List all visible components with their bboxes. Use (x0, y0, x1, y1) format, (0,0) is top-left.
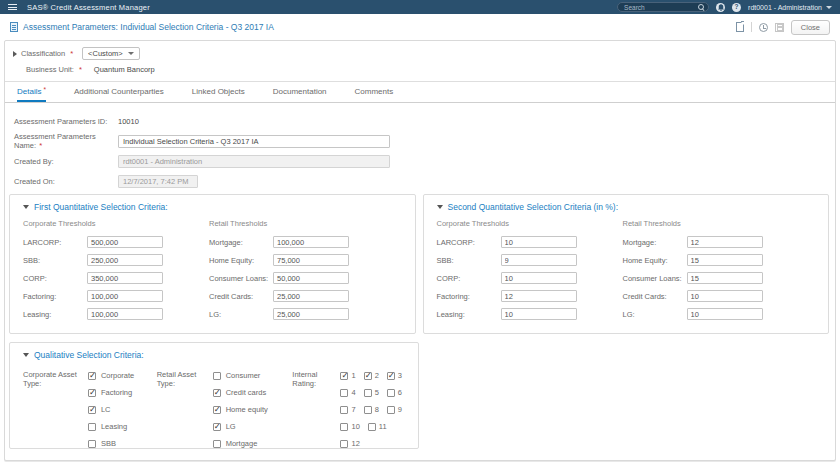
checkbox-consumer[interactable] (213, 372, 221, 380)
threshold-row-home-equity: Home Equity: (209, 251, 395, 269)
sbb-input[interactable] (87, 254, 163, 266)
checkbox-corporate[interactable] (88, 372, 96, 380)
checkbox-mortgage[interactable] (213, 440, 221, 448)
threshold-row-mortgage: Mortgage: (623, 233, 809, 251)
classification-value: <Custom> (88, 49, 123, 58)
menu-icon[interactable] (8, 2, 18, 12)
tab-bar: Details*Additional CounterpartiesLinked … (5, 82, 835, 103)
threshold-row-home-equity: Home Equity: (623, 251, 809, 269)
checkbox-12[interactable] (340, 440, 348, 448)
rating-number: 5 (375, 388, 379, 397)
rating-row: 123 (340, 367, 410, 384)
checkbox-lg[interactable] (213, 423, 221, 431)
threshold-row-leasing: Leasing: (437, 305, 623, 323)
option-sbb: SBB (88, 435, 157, 452)
tab-comments[interactable]: Comments (355, 82, 394, 102)
user-menu[interactable]: rdt0001 - Administration (748, 4, 832, 11)
threshold-row-larcorp: LARCORP: (23, 233, 209, 251)
corporate-asset-type-label: Corporate Asset Type: (23, 367, 88, 452)
corp-input[interactable] (87, 272, 163, 284)
checkbox-label: LC (101, 405, 111, 414)
threshold-label: LG: (623, 310, 687, 319)
checkbox-8[interactable] (364, 406, 372, 414)
tab-details[interactable]: Details* (17, 82, 46, 102)
mortgage-input[interactable] (273, 236, 349, 248)
classification-section: Classification * <Custom> Business Unit:… (5, 41, 835, 82)
checkbox-4[interactable] (340, 389, 348, 397)
checkbox-factoring[interactable] (88, 389, 96, 397)
lg-input[interactable] (687, 308, 763, 320)
collapse-icon[interactable] (437, 205, 443, 209)
checkbox-1[interactable] (340, 372, 348, 380)
credit-cards-input[interactable] (687, 290, 763, 302)
checkbox-sbb[interactable] (88, 440, 96, 448)
rating-number: 7 (351, 405, 355, 414)
mortgage-input[interactable] (687, 236, 763, 248)
checkbox-6[interactable] (387, 389, 395, 397)
checkbox-5[interactable] (364, 389, 372, 397)
threshold-label: LARCORP: (23, 238, 87, 247)
credit-cards-input[interactable] (273, 290, 349, 302)
tab-additional-counterparties[interactable]: Additional Counterparties (74, 82, 164, 102)
threshold-row-consumer-loans: Consumer Loans: (209, 269, 395, 287)
checkbox-11[interactable] (368, 423, 376, 431)
column-header: Retail Thresholds (623, 219, 809, 233)
created-on-input (118, 175, 198, 188)
leasing-input[interactable] (87, 308, 163, 320)
checkbox-2[interactable] (364, 372, 372, 380)
save-icon[interactable] (775, 23, 784, 32)
panel-title: Qualitative Selection Criteria: (34, 350, 144, 360)
collapse-icon[interactable] (23, 353, 29, 357)
tab-linked-objects[interactable]: Linked Objects (192, 82, 245, 102)
factoring-input[interactable] (501, 290, 577, 302)
close-button[interactable]: Close (791, 20, 830, 35)
rating-number: 2 (375, 371, 379, 380)
checkbox-7[interactable] (340, 406, 348, 414)
export-document-icon[interactable] (736, 22, 744, 32)
consumer-loans-input[interactable] (687, 272, 763, 284)
checkbox-label: Home equity (226, 405, 268, 414)
checkbox-10[interactable] (340, 423, 348, 431)
home-equity-input[interactable] (273, 254, 349, 266)
corporate-thresholds-column: Corporate ThresholdsLARCORP:SBB:CORP:Fac… (437, 219, 623, 323)
checkbox-lc[interactable] (88, 406, 96, 414)
checkbox-leasing[interactable] (88, 423, 96, 431)
search-icon[interactable] (698, 4, 705, 11)
title-actions: Close (736, 20, 830, 35)
sbb-input[interactable] (501, 254, 577, 266)
corporate-asset-type-options: CorporateFactoringLCLeasingSBB (88, 367, 157, 452)
rating-row: 12 (340, 435, 410, 452)
lg-input[interactable] (273, 308, 349, 320)
checkbox-home-equity[interactable] (213, 406, 221, 414)
help-icon[interactable]: ? (732, 3, 741, 12)
leasing-input[interactable] (501, 308, 577, 320)
column-header: Corporate Thresholds (437, 219, 623, 233)
checkbox-credit-cards[interactable] (213, 389, 221, 397)
home-equity-input[interactable] (687, 254, 763, 266)
collapse-icon[interactable] (23, 205, 29, 209)
threshold-label: SBB: (23, 256, 87, 265)
consumer-loans-input[interactable] (273, 272, 349, 284)
rating-number: 11 (379, 422, 387, 431)
corp-input[interactable] (501, 272, 577, 284)
factoring-input[interactable] (87, 290, 163, 302)
threshold-label: LG: (209, 310, 273, 319)
search-input[interactable]: Search (617, 2, 709, 12)
checkbox-9[interactable] (387, 406, 395, 414)
rating-number: 9 (398, 405, 402, 414)
checkbox-label: Credit cards (226, 388, 266, 397)
notifications-icon[interactable] (716, 3, 725, 12)
larcorp-input[interactable] (501, 236, 577, 248)
rating-row: 789 (340, 401, 410, 418)
criteria-panels-row: First Quantitative Selection Criteria:Co… (9, 194, 829, 334)
option-consumer: Consumer (213, 367, 293, 384)
classification-dropdown[interactable]: <Custom> (82, 47, 140, 60)
bell-icon (718, 4, 724, 11)
assessment-parameters-name-input[interactable] (118, 135, 390, 148)
expander-icon[interactable] (13, 51, 17, 57)
history-icon[interactable] (759, 23, 768, 32)
larcorp-input[interactable] (87, 236, 163, 248)
checkbox-3[interactable] (387, 372, 395, 380)
rating-option-7: 7 (340, 405, 355, 414)
tab-documentation[interactable]: Documentation (273, 82, 327, 102)
